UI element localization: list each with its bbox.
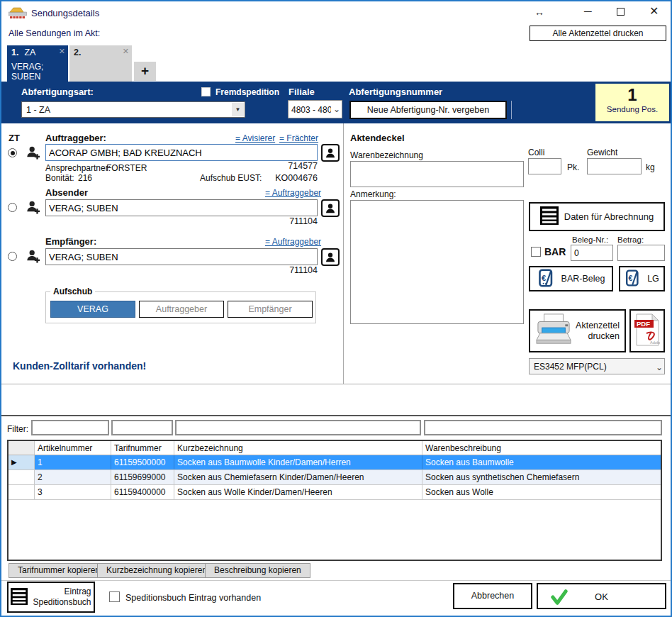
table-row[interactable]: ▶ 1 61159500000 Socken aus Baumwolle Kin… bbox=[9, 455, 661, 470]
filter-kurzbezeichnung-input[interactable] bbox=[175, 420, 421, 435]
aufschub-empfaenger-button[interactable]: Empfänger bbox=[228, 301, 313, 318]
bar-checkbox[interactable] bbox=[531, 247, 541, 257]
aufschub-auftraggeber-button[interactable]: Auftraggeber bbox=[139, 301, 224, 318]
table-row[interactable]: 3 61159400000 Socken aus Wolle Kinder/Da… bbox=[9, 485, 661, 500]
eintrag-speditionsbuch-button[interactable]: Eintrag Speditionsbuch bbox=[7, 582, 95, 613]
fraechter-link[interactable]: = Frächter bbox=[279, 133, 318, 143]
all-shipments-label: Alle Sendungen im Akt: bbox=[9, 28, 100, 38]
colli-input[interactable] bbox=[528, 158, 561, 174]
avisierer-link[interactable]: = Avisierer bbox=[235, 133, 275, 143]
printer-value: ES3452 MFP(PCL) bbox=[530, 359, 664, 372]
column-header-warenbeschreibung[interactable]: Warenbeschreibung bbox=[422, 441, 661, 455]
anmerkung-label: Anmerkung: bbox=[350, 189, 396, 199]
absender-label: Absender bbox=[45, 187, 88, 198]
table-header-row: Artikelnummer Tarifnummer Kurzbezeichnun… bbox=[9, 441, 661, 455]
zolltarif-note: Kunden-Zolltarif vorhanden! bbox=[13, 360, 146, 372]
empfaenger-kundennummer: 711104 bbox=[45, 265, 318, 275]
aufschub-label: Aufschub bbox=[50, 287, 95, 296]
tab-party-line: SUBEN bbox=[11, 72, 64, 82]
column-header-tarifnummer[interactable]: Tarifnummer bbox=[111, 441, 174, 455]
filiale-label: Filiale bbox=[289, 87, 315, 97]
filter-label: Filter: bbox=[7, 424, 28, 434]
resize-icon[interactable]: ↔ bbox=[534, 7, 544, 17]
contact-lookup-button[interactable] bbox=[321, 199, 340, 217]
absender-auftraggeber-link[interactable]: = Auftraggeber bbox=[265, 188, 321, 198]
maximize-button[interactable] bbox=[617, 8, 625, 16]
empfaenger-label: Empfänger: bbox=[45, 236, 96, 247]
position-count-badge: 1 Sendung Pos. bbox=[595, 84, 669, 121]
sendungsdetails-window: Sendungsdetails ↔ ─ ✕ Alle Sendungen im … bbox=[0, 0, 672, 617]
colli-label: Colli bbox=[528, 148, 544, 157]
column-header-kurzbezeichnung[interactable]: Kurzbezeichnung bbox=[174, 441, 422, 455]
gewicht-input[interactable] bbox=[587, 158, 642, 174]
position-count: 1 bbox=[595, 85, 669, 105]
divider bbox=[1, 580, 671, 581]
warenbezeichnung-textarea[interactable] bbox=[350, 161, 524, 187]
filter-artikelnummer-input[interactable] bbox=[31, 420, 109, 435]
aktenzettel-drucken-button[interactable]: Aktenzettel drucken bbox=[529, 309, 626, 352]
empfaenger-auftraggeber-link[interactable]: = Auftraggeber bbox=[265, 237, 321, 247]
minimize-button[interactable]: ─ bbox=[584, 6, 592, 16]
absender-input[interactable] bbox=[45, 199, 318, 216]
zt-radio-absender[interactable] bbox=[8, 203, 17, 212]
zt-radio-empfaenger[interactable] bbox=[8, 252, 17, 261]
absender-kundennummer: 711104 bbox=[45, 216, 318, 226]
cell-artikelnummer: 2 bbox=[35, 470, 111, 484]
pdf-export-button[interactable]: PDF Adobe bbox=[629, 309, 665, 352]
aufschub-groupbox: Aufschub VERAG Auftraggeber Empfänger bbox=[45, 291, 316, 323]
tab-close-icon[interactable]: ✕ bbox=[59, 47, 65, 56]
cell-warenbeschreibung: Socken aus synthetischen Chemiefasern bbox=[422, 470, 661, 484]
cell-warenbeschreibung: Socken aus Wolle bbox=[422, 485, 661, 499]
table-row[interactable]: 2 61159699000 Socken aus Chemiefasern Ki… bbox=[9, 470, 661, 485]
add-person-icon[interactable] bbox=[26, 145, 40, 162]
zt-radio-auftraggeber[interactable] bbox=[8, 148, 17, 157]
add-person-icon[interactable] bbox=[26, 249, 40, 265]
printer-select[interactable]: ES3452 MFP(PCL) ⌄ bbox=[529, 358, 665, 374]
auftraggeber-kundennummer: 714577 bbox=[45, 161, 318, 171]
filter-tarifnummer-input[interactable] bbox=[111, 420, 173, 435]
speditionsbuch-checkbox[interactable] bbox=[109, 591, 120, 602]
tab-close-icon[interactable]: ✕ bbox=[123, 47, 129, 56]
lg-button[interactable]: € LG bbox=[619, 266, 665, 291]
cancel-button[interactable]: Abbrechen bbox=[453, 583, 532, 609]
beleg-nr-input[interactable] bbox=[571, 245, 613, 261]
ok-button[interactable]: OK bbox=[537, 583, 666, 609]
anmerkung-textarea[interactable] bbox=[350, 200, 524, 324]
daten-fuer-abrechnung-button[interactable]: Daten für Abrechnung bbox=[529, 202, 665, 231]
cell-warenbeschreibung: Socken aus Baumwolle bbox=[422, 455, 661, 469]
dropdown-arrow-icon[interactable]: ▼ bbox=[232, 103, 244, 116]
copy-kurzbezeichnung-button[interactable]: Kurzbezeichnung kopieren bbox=[97, 563, 216, 578]
filter-warenbeschreibung-input[interactable] bbox=[424, 420, 662, 435]
chevron-down-icon[interactable]: ⌄ bbox=[333, 104, 340, 114]
row-marker-icon: ▶ bbox=[9, 455, 35, 469]
close-button[interactable]: ✕ bbox=[649, 6, 659, 17]
aufschub-verag-button[interactable]: VERAG bbox=[50, 301, 135, 318]
shipment-tab-1[interactable]: ✕ 1.ZA VERAG; SUBEN bbox=[7, 45, 68, 82]
tab-code: ZA bbox=[24, 48, 35, 57]
empfaenger-input[interactable] bbox=[45, 248, 318, 265]
contact-lookup-button[interactable] bbox=[321, 248, 340, 266]
print-all-aktenzettel-button[interactable]: Alle Aktenzettel drucken bbox=[530, 26, 666, 41]
add-shipment-button[interactable]: + bbox=[134, 62, 156, 81]
shipment-tab-2[interactable]: ✕ 2. bbox=[69, 45, 132, 82]
fremdspedition-checkbox[interactable] bbox=[201, 87, 211, 96]
copy-beschreibung-button[interactable]: Beschreibung kopieren bbox=[205, 563, 310, 578]
filiale-select[interactable]: 4803 - 480 ⌄ bbox=[288, 100, 342, 118]
fremdspedition-label: Fremdspedition bbox=[215, 87, 279, 97]
chevron-down-icon[interactable]: ⌄ bbox=[656, 362, 663, 372]
abfertigungsnummer-label: Abfertigungsnummer bbox=[349, 87, 442, 97]
add-person-icon[interactable] bbox=[26, 200, 40, 216]
divider bbox=[1, 415, 671, 416]
contact-lookup-button[interactable] bbox=[321, 144, 340, 162]
tab-party-line: VERAG; bbox=[11, 62, 64, 72]
new-abfertigungsnummer-button[interactable]: Neue Abfertigung-Nr. vergeben bbox=[349, 101, 507, 119]
copy-tarifnummer-button[interactable]: Tarifnummer kopieren bbox=[9, 563, 109, 578]
printer-icon bbox=[535, 313, 572, 349]
betrag-input[interactable] bbox=[617, 245, 665, 261]
auftraggeber-input[interactable] bbox=[45, 144, 318, 161]
column-header-artikelnummer[interactable]: Artikelnummer bbox=[35, 441, 111, 455]
abfertigungsart-select[interactable]: 1 - ZA ▼ bbox=[21, 101, 245, 118]
aufschub-eust-value: KO004676 bbox=[45, 173, 318, 183]
bar-beleg-button[interactable]: € BAR-Beleg bbox=[529, 266, 613, 291]
tab-index: 2. bbox=[74, 48, 81, 57]
